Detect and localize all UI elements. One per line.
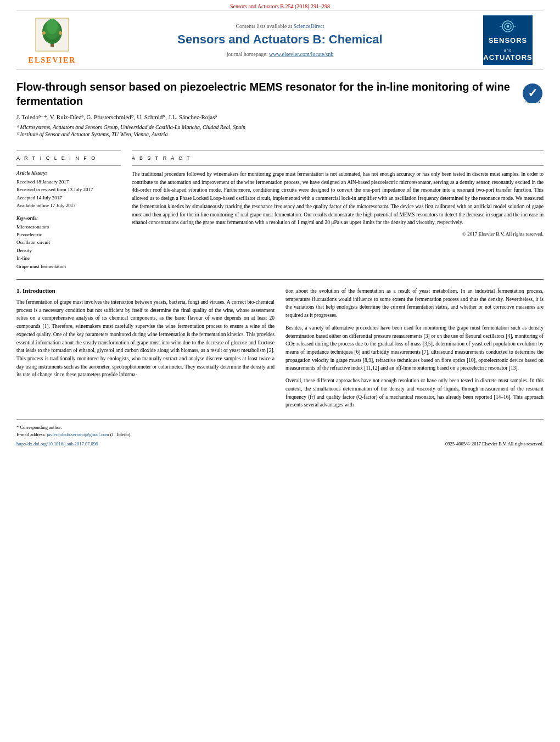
journal-title: Sensors and Actuators B: Chemical — [99, 32, 461, 47]
abstract-text: The traditional procedure followed by wi… — [132, 170, 544, 227]
sciencedirect-link[interactable]: ScienceDirect — [293, 23, 324, 29]
intro-paragraph-4: Overall, these different approaches have… — [285, 377, 544, 409]
svg-text:✓: ✓ — [528, 86, 537, 100]
intro-number: 1. — [16, 287, 21, 294]
elsevier-logo-container: ELSEVIER — [16, 15, 88, 65]
body-left-column: 1. Introduction The fermentation of grap… — [16, 287, 275, 414]
article-header: Flow-through sensor based on piezoelectr… — [16, 80, 544, 108]
email-link[interactable]: javier.toledo.serrano@gmail.com — [47, 432, 109, 437]
section-main-divider — [16, 279, 544, 280]
authors-line: J. Toledoᵃ⁻*, V. Ruiz-Díezᵃ, G. Pfusters… — [16, 114, 544, 121]
intro-title: Introduction — [23, 287, 55, 294]
history-label: Article history: — [16, 170, 121, 176]
contents-label: Contents lists available at — [236, 23, 292, 29]
keyword-3: Oscillator circuit — [16, 238, 121, 246]
received-date: Received 18 January 2017 — [16, 178, 121, 186]
homepage-label: journal homepage: — [227, 51, 268, 57]
sensors-logo-title: SENSORSandACTUATORS — [483, 36, 532, 62]
citation-bar: Sensors and Actuators B 254 (2018) 291–2… — [0, 0, 560, 10]
svg-point-5 — [42, 31, 46, 35]
journal-header: ELSEVIER Contents lists available at Sci… — [16, 10, 544, 70]
citation-text: Sensors and Actuators B 254 (2018) 291–2… — [230, 3, 330, 9]
keyword-4: Density — [16, 247, 121, 254]
accepted-date: Accepted 14 July 2017 — [16, 194, 121, 202]
page: Sensors and Actuators B 254 (2018) 291–2… — [0, 0, 560, 447]
svg-text:CrossMark: CrossMark — [524, 101, 541, 104]
article-title: Flow-through sensor based on piezoelectr… — [16, 80, 522, 108]
elsevier-tree-icon — [33, 15, 71, 54]
keyword-5: In-line — [16, 254, 121, 262]
intro-paragraph-2: tion about the evolution of the fermenta… — [285, 287, 544, 320]
crossmark-icon[interactable]: ✓ CrossMark — [522, 82, 544, 104]
footnotes-section: * Corresponding author. E-mail address: … — [16, 419, 544, 438]
top-divider-right — [132, 150, 544, 151]
elsevier-text: ELSEVIER — [29, 56, 76, 65]
mid-divider-left — [16, 165, 121, 166]
elsevier-logo: ELSEVIER — [29, 15, 76, 65]
keyword-2: Piezoelectric — [16, 231, 121, 238]
available-date: Available online 17 July 2017 — [16, 202, 121, 209]
body-section: 1. Introduction The fermentation of grap… — [16, 287, 544, 414]
abstract-heading: A B S T R A C T — [132, 155, 544, 161]
article-info-column: A R T I C L E I N F O Article history: R… — [16, 146, 121, 270]
keywords-heading: Keywords: — [16, 215, 121, 221]
svg-point-10 — [507, 25, 509, 28]
corresponding-label: * Corresponding author. — [16, 425, 61, 430]
article-info-abstract: A R T I C L E I N F O Article history: R… — [16, 146, 544, 270]
affiliations: ᵃ Microsystems, Actuators and Sensors Gr… — [16, 124, 544, 137]
corresponding-author-note: * Corresponding author. — [16, 424, 544, 431]
journal-homepage: journal homepage: www.elsevier.com/locat… — [99, 51, 461, 57]
sensors-logo-icon — [497, 18, 519, 35]
intro-paragraph-3: Besides, a variety of alternative proced… — [285, 324, 544, 372]
email-name: (J. Toledo). — [110, 432, 132, 437]
journal-title-container: Contents lists available at ScienceDirec… — [88, 15, 472, 65]
email-label: E-mail address: — [16, 432, 46, 437]
mid-divider-right — [132, 165, 544, 166]
sensors-logo-box: SENSORSandACTUATORS — [483, 15, 533, 65]
received-revised-date: Received in revised form 13 July 2017 — [16, 186, 121, 193]
article-section: Flow-through sensor based on piezoelectr… — [16, 70, 544, 137]
body-right-column: tion about the evolution of the fermenta… — [285, 287, 544, 414]
issn-text: 0925-4005/© 2017 Elsevier B.V. All right… — [445, 441, 544, 447]
doi-link[interactable]: http://dx.doi.org/10.1016/j.snb.2017.07.… — [16, 441, 98, 447]
homepage-url[interactable]: www.elsevier.com/locate/snb — [269, 51, 333, 57]
svg-point-4 — [47, 19, 58, 34]
footer-bottom: http://dx.doi.org/10.1016/j.snb.2017.07.… — [16, 441, 544, 447]
svg-point-6 — [59, 31, 62, 35]
sensors-logo-container: SENSORSandACTUATORS — [472, 15, 544, 65]
affiliation-a: ᵃ Microsystems, Actuators and Sensors Gr… — [16, 124, 544, 130]
email-note: E-mail address: javier.toledo.serrano@gm… — [16, 431, 544, 438]
keyword-1: Microresonators — [16, 223, 121, 231]
article-info-heading: A R T I C L E I N F O — [16, 155, 121, 161]
top-divider-left — [16, 150, 121, 151]
affiliation-b: ᵇ Institute of Sensor and Actuator Syste… — [16, 131, 544, 137]
intro-paragraph-1: The fermentation of grape must involves … — [16, 298, 275, 379]
abstract-column: A B S T R A C T The traditional procedur… — [132, 146, 544, 270]
contents-line: Contents lists available at ScienceDirec… — [99, 23, 461, 29]
intro-heading: 1. Introduction — [16, 287, 275, 294]
copyright: © 2017 Elsevier B.V. All rights reserved… — [132, 231, 544, 237]
keyword-6: Grape must fermentation — [16, 263, 121, 270]
